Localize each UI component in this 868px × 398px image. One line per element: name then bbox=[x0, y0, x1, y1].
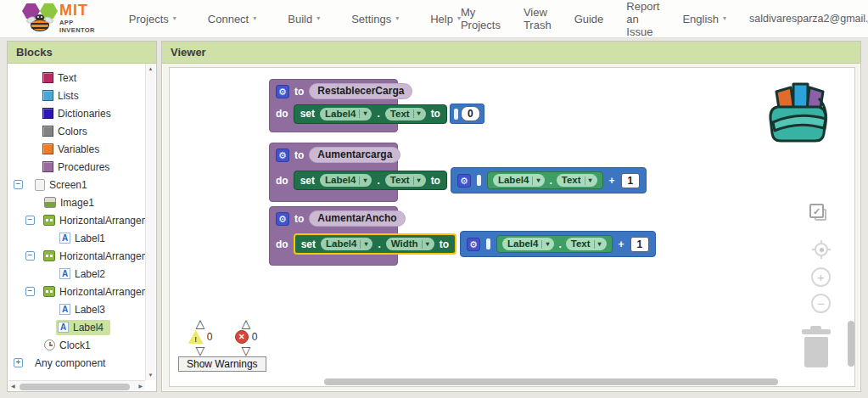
tree-item-label4-selected[interactable]: A Label4 bbox=[8, 318, 145, 336]
procedure-name-field[interactable]: AumentarAncho bbox=[309, 210, 405, 227]
tree-item-horizontalarrangement2[interactable]: − HorizontalArrangement bbox=[8, 247, 145, 265]
number-field[interactable]: 0 bbox=[461, 106, 480, 121]
warning-next-icon[interactable]: ▽ bbox=[196, 345, 205, 356]
number-field[interactable]: 1 bbox=[621, 173, 641, 188]
addition-block[interactable]: ⚙ Label4 ▾ . Text ▾ bbox=[451, 167, 647, 193]
plug-icon bbox=[454, 109, 458, 120]
dropdown-caret-icon: ▾ bbox=[532, 177, 540, 185]
mutator-gear-icon[interactable]: ⚙ bbox=[276, 85, 289, 98]
tree-item-label1[interactable]: A Label1 bbox=[8, 229, 145, 247]
palette-item-dictionaries[interactable]: Dictionaries bbox=[8, 104, 145, 122]
menu-projects[interactable]: Projects▾ bbox=[129, 13, 176, 25]
tree-item-label2[interactable]: A Label2 bbox=[8, 265, 145, 283]
property-dropdown[interactable]: Text ▾ bbox=[557, 174, 597, 187]
lists-category-icon bbox=[42, 90, 53, 101]
mutator-gear-icon[interactable]: ⚙ bbox=[467, 238, 480, 251]
component-dropdown[interactable]: Label4 ▾ bbox=[502, 238, 554, 250]
scroll-right-icon[interactable]: ▶ bbox=[138, 383, 143, 389]
link-report-an-issue[interactable]: Report an Issue bbox=[626, 0, 659, 38]
addition-block[interactable]: ⚙ Label4 ▾ . Text ▾ bbox=[460, 231, 656, 257]
mutator-gear-icon[interactable]: ⚙ bbox=[276, 149, 289, 162]
backpack-icon[interactable] bbox=[768, 78, 831, 148]
link-view-trash[interactable]: View Trash bbox=[524, 6, 552, 31]
trash-can-icon[interactable] bbox=[801, 329, 832, 367]
get-property-block[interactable]: Label4 ▾ . Text ▾ bbox=[487, 171, 603, 189]
scrollbar-thumb[interactable] bbox=[20, 384, 130, 390]
palette-item-lists[interactable]: Lists bbox=[8, 87, 145, 104]
app-inventor-logo[interactable]: MIT APP INVENTOR bbox=[21, 3, 102, 35]
menu-connect[interactable]: Connect▾ bbox=[208, 13, 256, 25]
property-dropdown[interactable]: Width ▾ bbox=[386, 238, 434, 250]
tree-item-screen1[interactable]: − Screen1 bbox=[8, 176, 145, 193]
get-property-block[interactable]: Label4 ▾ . Text ▾ bbox=[496, 235, 613, 253]
show-warnings-button[interactable]: Show Warnings bbox=[178, 356, 266, 372]
tree-item-any-component[interactable]: + Any component bbox=[8, 354, 145, 372]
tree-item-horizontalarrangement3[interactable]: − HorizontalArrangement bbox=[8, 283, 145, 300]
warning-prev-icon[interactable]: △ bbox=[196, 318, 205, 328]
link-my-projects[interactable]: My Projects bbox=[461, 6, 501, 31]
component-dropdown[interactable]: Label4 ▾ bbox=[321, 238, 372, 250]
procedure-block-restablecercarga[interactable]: ⚙ to RestablecerCarga do set Label4 ▾ bbox=[269, 79, 398, 132]
tree-item-image1[interactable]: Image1 bbox=[8, 193, 145, 211]
zoom-out-button[interactable]: − bbox=[811, 294, 831, 313]
set-property-block[interactable]: set Label4 ▾ . Text ▾ to bbox=[294, 104, 447, 124]
number-block[interactable]: 0 bbox=[450, 104, 484, 124]
variables-category-icon bbox=[42, 143, 53, 154]
text-category-icon bbox=[42, 72, 53, 83]
number-field[interactable]: 1 bbox=[630, 237, 650, 252]
tree-item-clock1[interactable]: Clock1 bbox=[8, 336, 145, 354]
palette-item-procedures[interactable]: Procedures bbox=[8, 158, 145, 176]
error-count: 0 bbox=[252, 332, 258, 342]
workspace-vertical-scrollbar[interactable] bbox=[848, 321, 854, 367]
sidebar-vertical-scrollbar[interactable]: ▲ ▼ bbox=[145, 64, 155, 380]
procedure-name-field[interactable]: RestablecerCarga bbox=[309, 83, 412, 99]
mutator-gear-icon[interactable]: ⚙ bbox=[276, 212, 289, 226]
keyword-dot: . bbox=[549, 175, 552, 187]
procedure-block-aumentarancho[interactable]: ⚙ to AumentarAncho do set Label4 ▾ bbox=[269, 206, 398, 266]
property-dropdown[interactable]: Text ▾ bbox=[385, 174, 426, 187]
sidebar-horizontal-scrollbar[interactable]: ◀ ▶ bbox=[8, 380, 145, 390]
procedure-block-aumentarcarga[interactable]: ⚙ to Aumentarcarga do set Label4 ▾ bbox=[269, 143, 398, 202]
mutator-gear-icon[interactable]: ⚙ bbox=[457, 174, 471, 188]
component-dropdown[interactable]: Label4 ▾ bbox=[320, 108, 372, 121]
set-property-block-selected[interactable]: set Label4 ▾ . Width ▾ to bbox=[294, 233, 456, 255]
property-dropdown[interactable]: Text ▾ bbox=[566, 238, 607, 250]
link-guide[interactable]: Guide bbox=[574, 13, 604, 25]
collapse-icon[interactable]: − bbox=[25, 251, 35, 261]
scroll-left-icon[interactable]: ◀ bbox=[11, 383, 15, 389]
keyword-to: to bbox=[294, 213, 304, 225]
error-next-icon[interactable]: ▽ bbox=[242, 345, 251, 356]
scroll-down-icon[interactable]: ▼ bbox=[148, 373, 154, 378]
tree-item-horizontalarrangement1[interactable]: − HorizontalArrangement bbox=[8, 211, 145, 229]
palette-item-variables[interactable]: Variables bbox=[8, 140, 145, 158]
expand-icon[interactable]: + bbox=[14, 358, 23, 367]
zoom-in-button[interactable]: + bbox=[811, 267, 831, 287]
collapse-icon[interactable]: − bbox=[25, 216, 35, 225]
language-selector[interactable]: English▾ bbox=[682, 13, 726, 25]
center-blocks-icon[interactable] bbox=[812, 240, 831, 259]
set-property-block[interactable]: set Label4 ▾ . Text ▾ to bbox=[294, 171, 447, 190]
copy-checkbox-icon[interactable]: ✓ bbox=[809, 204, 828, 222]
collapse-icon[interactable]: − bbox=[25, 287, 35, 296]
menu-build[interactable]: Build▾ bbox=[288, 13, 320, 25]
component-dropdown[interactable]: Label4 ▾ bbox=[493, 174, 545, 187]
error-prev-icon[interactable]: △ bbox=[242, 318, 251, 328]
collapse-icon[interactable]: − bbox=[14, 180, 23, 189]
account-menu[interactable]: saldivaresparza2@gmail.com▾ bbox=[749, 13, 868, 25]
tree-item-label3[interactable]: A Label3 bbox=[8, 300, 145, 318]
procedure-name-field[interactable]: Aumentarcarga bbox=[309, 147, 400, 163]
menu-settings[interactable]: Settings▾ bbox=[351, 13, 399, 25]
palette-item-colors[interactable]: Colors bbox=[8, 122, 145, 140]
blocks-workspace[interactable]: ⚙ to RestablecerCarga do set Label4 ▾ bbox=[169, 67, 855, 387]
menu-help[interactable]: Help▾ bbox=[430, 13, 461, 25]
workspace-horizontal-scrollbar[interactable] bbox=[324, 378, 778, 385]
keyword-do: do bbox=[276, 238, 288, 250]
blocks-tree: Text Lists Dictionaries Colors Variables… bbox=[8, 64, 145, 380]
component-dropdown[interactable]: Label4 ▾ bbox=[320, 174, 372, 187]
palette-item-text[interactable]: Text bbox=[8, 69, 145, 87]
chevron-down-icon: ▾ bbox=[173, 15, 176, 22]
property-dropdown[interactable]: Text ▾ bbox=[385, 108, 426, 121]
blocks-panel: Blocks Text Lists Dictionaries Colors Va… bbox=[7, 41, 157, 392]
logo-title: MIT bbox=[59, 3, 102, 17]
scroll-up-icon[interactable]: ▲ bbox=[148, 66, 154, 71]
